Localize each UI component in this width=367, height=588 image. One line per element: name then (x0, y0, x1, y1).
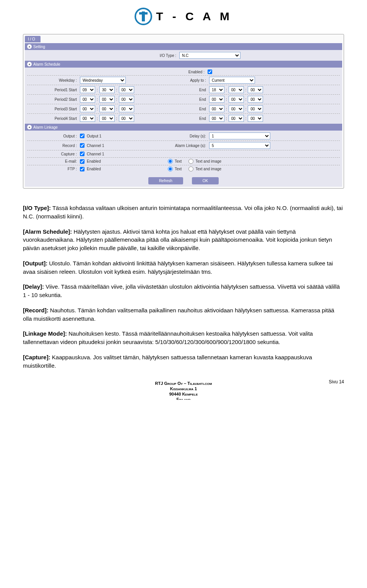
p3-end-m[interactable]: 00 (229, 105, 244, 112)
brand-header: T - C A M (23, 8, 344, 26)
email-label: E-mail: (27, 159, 77, 163)
document-body: [I/O Type]: Tässä kohdassa valitaan ulko… (23, 204, 344, 370)
output-checkbox[interactable] (80, 134, 84, 138)
delay-label: Delay (s): (168, 134, 206, 138)
p3-start-m[interactable]: 00 (99, 105, 115, 112)
ok-button[interactable]: OK (192, 177, 219, 184)
desc-record: Nauhotus. Tämän kohdan valitsemalla paik… (23, 307, 334, 322)
period-row: Period2 Start 00: 00: 00 End 00: 00: 00 (27, 95, 340, 104)
record-label: Record : (27, 144, 77, 148)
desc-output: Ulostulo. Tämän kohdan aktivointi linkit… (23, 260, 333, 275)
p1-end-h[interactable]: 18 (209, 86, 224, 93)
section-title: Alarm Schedule (33, 62, 60, 66)
period-start-label: Period3 Start (27, 107, 77, 111)
email-checkbox[interactable] (80, 159, 84, 164)
capture-checkbox[interactable] (80, 152, 84, 156)
term-capture: [Capture]: (23, 354, 50, 360)
term-delay: [Delay]: (23, 283, 44, 290)
radio-textimg-label: Text and image (195, 159, 221, 163)
linkage-label: Alarm Linkage (s): (168, 144, 206, 148)
p3-start-s[interactable]: 00 (119, 105, 134, 112)
p4-end-h[interactable]: 00 (209, 115, 224, 122)
footer-address: Kissankulma 1 (170, 386, 197, 391)
p1-end-m[interactable]: 00 (229, 86, 244, 93)
email-radio-text[interactable] (168, 159, 173, 164)
desc-delay: Viive. Tässä määritellään viive, jolla v… (23, 283, 340, 298)
period-end-label: End (168, 88, 206, 92)
period-start-label: Period1 Start (27, 88, 77, 92)
p2-start-m[interactable]: 00 (99, 96, 115, 103)
weekday-select[interactable]: Wednesday (80, 77, 126, 84)
io-type-label: I/O Type : (127, 53, 176, 58)
section-header-linkage[interactable]: ▴ Alarm Linkage (25, 124, 342, 131)
record-chk-label: Channel 1 (87, 144, 104, 148)
collapse-icon: ▴ (27, 44, 32, 49)
p2-end-m[interactable]: 00 (229, 96, 244, 103)
delay-select[interactable]: 1 (209, 132, 270, 139)
ftp-radio-textimg[interactable] (188, 166, 193, 171)
p4-end-m[interactable]: 00 (229, 115, 244, 122)
radio-text-label: Text (175, 167, 182, 171)
p4-start-h[interactable]: 00 (80, 115, 95, 122)
p3-end-s[interactable]: 00 (248, 105, 263, 112)
section-header-setting[interactable]: ▴ Setting (25, 43, 342, 50)
section-title: Setting (33, 45, 45, 49)
capture-label: Capture : (27, 152, 77, 156)
p2-start-s[interactable]: 00 (119, 96, 134, 103)
email-chk-label: Enabled (87, 159, 101, 163)
p3-end-h[interactable]: 00 (209, 105, 224, 112)
p4-start-m[interactable]: 00 (99, 115, 115, 122)
p2-start-h[interactable]: 00 (80, 96, 95, 103)
io-type-select[interactable]: N.C (179, 52, 240, 59)
ftp-label: FTP : (27, 167, 77, 171)
period-start-label: Period2 Start (27, 97, 77, 102)
period-row: Period3 Start 00: 00: 00 End 00: 00: 00 (27, 104, 340, 114)
tab-io[interactable]: I / O (25, 36, 41, 42)
p1-start-m[interactable]: 30 (99, 86, 115, 93)
refresh-button[interactable]: Refresh (148, 177, 183, 184)
record-checkbox[interactable] (80, 143, 84, 148)
p2-end-h[interactable]: 00 (209, 96, 224, 103)
brand-text: T - C A M (156, 10, 232, 23)
p1-start-s[interactable]: 00 (119, 86, 134, 93)
period-end-label: End (168, 116, 206, 121)
section-header-schedule[interactable]: ▴ Alarm Schedule (25, 61, 342, 68)
term-linkage-mode: [Linkage Mode]: (23, 330, 67, 337)
weekday-label: Weekday : (27, 78, 77, 82)
enabled-label: Enabled : (155, 70, 205, 74)
footer-city: 90440 Kempele (169, 392, 198, 396)
p4-end-s[interactable]: 00 (248, 115, 263, 122)
capture-chk-label: Channel 1 (87, 152, 104, 156)
ftp-radio-text[interactable] (168, 166, 173, 171)
applyto-select[interactable]: Current (209, 77, 255, 84)
ftp-checkbox[interactable] (80, 167, 84, 171)
output-chk-label: Output 1 (87, 134, 101, 138)
p3-start-h[interactable]: 00 (80, 105, 95, 112)
collapse-icon: ▴ (27, 125, 32, 129)
radio-text-label: Text (175, 159, 182, 163)
linkage-select[interactable]: 5 (209, 142, 270, 149)
p1-end-s[interactable]: 00 (248, 86, 263, 93)
output-label: Output : (27, 134, 77, 138)
term-record: [Record]: (23, 307, 49, 313)
period-end-label: End (168, 107, 206, 111)
p1-start-h[interactable]: 09 (80, 86, 95, 93)
page-number: Sivu 14 (23, 379, 344, 384)
brand-logo-icon (135, 8, 152, 25)
desc-capture: Kaappauskuva. Jos valitset tämän, hälyty… (23, 354, 312, 369)
term-alarm-schedule: [Alarm Schedule]: (23, 228, 72, 235)
radio-textimg-label: Text and image (195, 167, 221, 171)
p4-start-s[interactable]: 00 (119, 115, 134, 122)
period-end-label: End (168, 97, 206, 102)
collapse-icon: ▴ (27, 62, 32, 66)
email-radio-textimg[interactable] (188, 159, 193, 164)
term-io-type: [I/O Type]: (23, 205, 51, 211)
footer-country: Finland (177, 397, 191, 400)
p2-end-s[interactable]: 00 (248, 96, 263, 103)
enabled-checkbox[interactable] (208, 69, 212, 74)
io-config-panel: I / O ▴ Setting I/O Type : N.C ▴ Alarm S… (23, 34, 344, 189)
period-row: Period4 Start 00: 00: 00 End 00: 00: 00 (27, 114, 340, 123)
ftp-chk-label: Enabled (87, 167, 101, 171)
period-row: Period1 Start 09: 30: 00 End 18: 00: 00 (27, 85, 340, 95)
period-start-label: Period4 Start (27, 116, 77, 121)
